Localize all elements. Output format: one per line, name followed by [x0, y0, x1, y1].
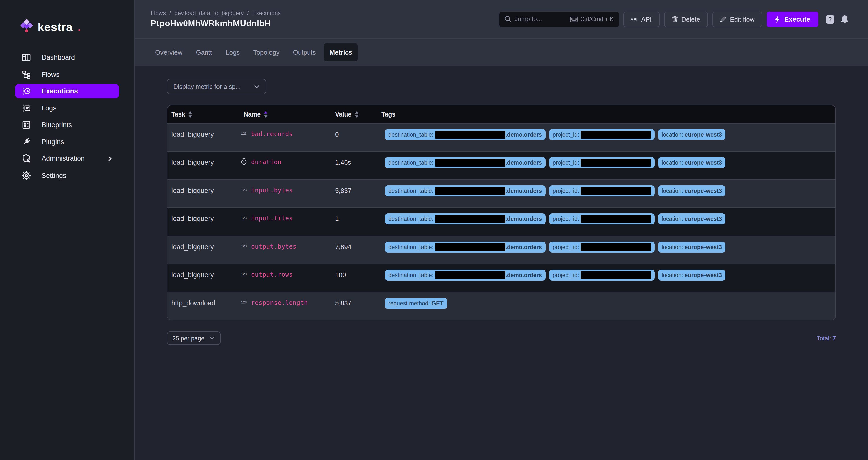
numeric-icon: ¹²³	[240, 242, 248, 251]
sort-icon	[354, 111, 359, 117]
tags-cell: request.method:GET	[377, 292, 835, 320]
redacted-value	[435, 131, 505, 139]
execute-button[interactable]: Execute	[767, 11, 818, 27]
metric-filter-dropdown[interactable]: Display metric for a sp...	[167, 79, 266, 94]
sort-icon	[188, 111, 192, 117]
tag-key: destination_table:	[388, 160, 434, 166]
app: kestra. DashboardFlowsExecutionsLogsBlue…	[0, 0, 868, 460]
tag-value: europe-west3	[685, 160, 722, 166]
page-title: PtpoHw0MhWRkmhMUdnlbH	[151, 18, 281, 28]
column-header-value[interactable]: Value	[331, 111, 377, 118]
tag-value: .demo.orders	[505, 216, 542, 222]
flows-icon	[22, 70, 31, 79]
column-label: Value	[335, 111, 351, 118]
notifications-bell-icon[interactable]	[840, 14, 849, 24]
task-cell: load_bigquery	[167, 180, 240, 207]
metric-name: duration	[251, 158, 281, 167]
table-header-row: TaskNameValueTags	[167, 105, 835, 123]
tag-chip: location:europe-west3	[658, 241, 725, 253]
tab-gantt[interactable]: Gantt	[190, 43, 217, 61]
tab-logs[interactable]: Logs	[220, 43, 245, 61]
table-row: load_bigquery ¹²³ input.bytes 5,837 dest…	[167, 179, 835, 207]
sidebar-item-executions[interactable]: Executions	[15, 84, 119, 98]
sidebar-item-settings[interactable]: Settings	[15, 168, 119, 183]
tag-key: destination_table:	[388, 244, 434, 250]
tag-key: project_id:	[553, 216, 579, 222]
tab-overview[interactable]: Overview	[150, 43, 188, 61]
tag-chip: destination_table:.demo.orders	[385, 270, 546, 281]
breadcrumb-separator: /	[169, 10, 171, 16]
tag-key: location:	[661, 188, 683, 194]
metric-name: bad.records	[251, 130, 293, 139]
per-page-select[interactable]: 25 per page	[167, 331, 220, 345]
tab-topology[interactable]: Topology	[248, 43, 285, 61]
task-cell: http_download	[167, 292, 240, 320]
plugins-icon	[22, 137, 31, 146]
sidebar-item-flows[interactable]: Flows	[15, 67, 119, 81]
sidebar: kestra. DashboardFlowsExecutionsLogsBlue…	[0, 0, 135, 460]
tag-key: location:	[661, 244, 683, 250]
metric-name-cell: ¹²³ bad.records	[240, 124, 331, 151]
metric-name-cell: ¹²³ output.bytes	[240, 236, 331, 264]
column-label: Name	[244, 111, 261, 118]
breadcrumb-link[interactable]: Flows	[151, 10, 166, 16]
trash-icon	[671, 15, 678, 23]
metric-name-cell: ¹²³ output.rows	[240, 264, 331, 292]
tab-outputs[interactable]: Outputs	[287, 43, 321, 61]
table-row: load_bigquery ¹²³ bad.records 0 destinat…	[167, 123, 835, 151]
sidebar-item-blueprints[interactable]: Blueprints	[15, 118, 119, 132]
kestra-logo[interactable]: kestra.	[20, 18, 134, 36]
table-row: load_bigquery duration 1.46s destination…	[167, 151, 835, 179]
logs-icon	[22, 103, 31, 113]
redacted-value	[435, 187, 505, 195]
tag-chip: destination_table:.demo.orders	[385, 157, 546, 168]
column-header-name[interactable]: Name	[240, 111, 331, 118]
help-button[interactable]: ?	[826, 15, 834, 23]
breadcrumb-link[interactable]: Executions	[252, 10, 281, 16]
tag-key: project_id:	[553, 160, 579, 166]
metric-name-cell: ¹²³ response.length	[240, 292, 331, 320]
tag-chip: destination_table:.demo.orders	[385, 129, 546, 140]
sidebar-item-administration[interactable]: Administration	[15, 151, 119, 166]
redacted-value	[435, 243, 505, 251]
metric-name: response.length	[251, 299, 308, 307]
chevron-down-icon	[210, 336, 215, 340]
table-row: load_bigquery ¹²³ input.files 1 destinat…	[167, 207, 835, 235]
column-header-task[interactable]: Task	[167, 111, 240, 118]
delete-button[interactable]: Delete	[664, 11, 708, 27]
task-cell: load_bigquery	[167, 208, 240, 235]
numeric-icon: ¹²³	[240, 299, 248, 307]
sidebar-item-plugins[interactable]: Plugins	[15, 134, 119, 149]
redacted-value	[435, 159, 505, 167]
tag-chip: location:europe-west3	[658, 185, 725, 196]
api-button[interactable]: API API	[623, 11, 659, 27]
search-input[interactable]	[515, 15, 567, 23]
tags-cell: destination_table:.demo.orders project_i…	[377, 264, 835, 292]
edit-flow-button[interactable]: Edit flow	[712, 11, 762, 27]
tag-key: project_id:	[553, 188, 579, 194]
search-icon	[504, 15, 511, 23]
administration-icon	[22, 154, 31, 163]
jump-to-search[interactable]: Ctrl/Cmd + K	[499, 11, 619, 27]
tag-key: project_id:	[553, 272, 579, 278]
sidebar-item-dashboard[interactable]: Dashboard	[15, 50, 119, 65]
redacted-value	[581, 131, 651, 139]
breadcrumb: Flows/dev.load_data_to_bigquery/Executio…	[151, 10, 281, 16]
logo-text: kestra	[38, 20, 72, 34]
pencil-icon	[720, 16, 726, 22]
tab-metrics[interactable]: Metrics	[324, 43, 358, 61]
sidebar-item-label: Flows	[42, 71, 60, 78]
tags-cell: destination_table:.demo.orders project_i…	[377, 124, 835, 151]
breadcrumb-link[interactable]: dev.load_data_to_bigquery	[174, 10, 244, 16]
main-area: Flows/dev.load_data_to_bigquery/Executio…	[135, 0, 868, 460]
tag-value: europe-west3	[685, 216, 722, 222]
column-header-tags: Tags	[377, 111, 835, 118]
task-cell: load_bigquery	[167, 264, 240, 292]
keyboard-icon	[570, 16, 578, 22]
tag-chip: destination_table:.demo.orders	[385, 213, 546, 225]
sidebar-item-label: Logs	[42, 104, 57, 112]
content: Display metric for a sp... TaskNameValue…	[135, 66, 868, 460]
tags-cell: destination_table:.demo.orders project_i…	[377, 236, 835, 264]
sidebar-item-logs[interactable]: Logs	[15, 101, 119, 115]
total-count: Total:7	[816, 335, 836, 342]
